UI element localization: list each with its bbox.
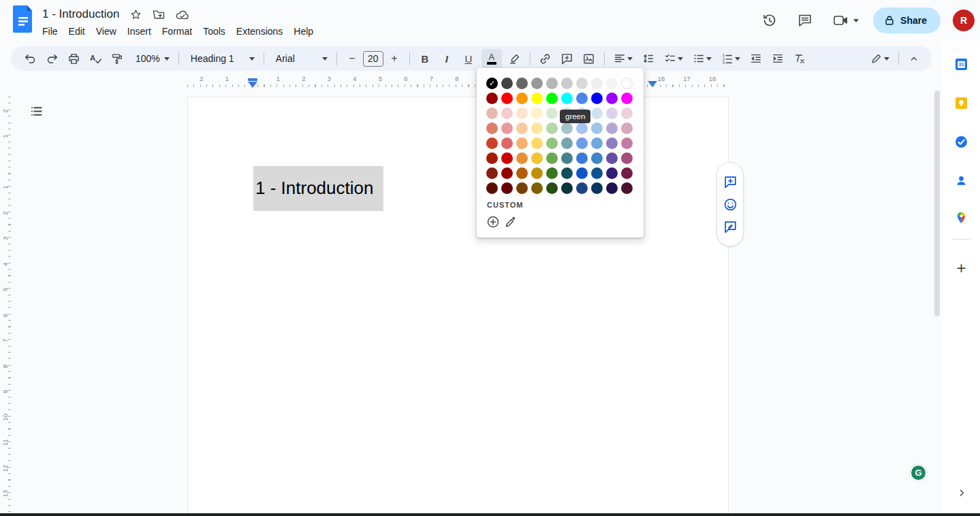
google-keep-button[interactable] [949, 91, 974, 115]
color-swatch[interactable] [591, 93, 603, 104]
color-swatch[interactable] [561, 123, 573, 134]
color-swatch[interactable] [516, 123, 528, 134]
paragraph-style-select[interactable]: Heading 1 [185, 50, 257, 67]
clear-formatting-button[interactable] [791, 50, 808, 67]
color-swatch[interactable]: ✓ [486, 78, 498, 89]
collapse-side-panel-button[interactable] [953, 485, 970, 501]
color-swatch[interactable] [501, 138, 513, 149]
color-swatch[interactable] [576, 138, 588, 149]
print-button[interactable] [65, 50, 82, 67]
color-swatch[interactable] [546, 93, 558, 104]
color-swatch[interactable] [546, 78, 558, 89]
show-outline-button[interactable] [27, 102, 45, 120]
italic-button[interactable]: I [438, 50, 456, 67]
docs-logo-icon[interactable] [13, 5, 33, 33]
color-swatch[interactable] [621, 93, 633, 104]
account-avatar[interactable]: R [953, 10, 975, 31]
menu-file[interactable]: File [37, 24, 63, 39]
menu-edit[interactable]: Edit [63, 24, 91, 39]
bold-button[interactable]: B [416, 50, 434, 67]
color-swatch[interactable] [591, 138, 603, 149]
color-swatch[interactable] [576, 123, 588, 134]
color-swatch[interactable] [501, 123, 513, 134]
right-indent-marker[interactable] [648, 81, 657, 87]
increase-indent-button[interactable] [769, 50, 787, 67]
float-add-comment-button[interactable] [723, 174, 738, 189]
color-swatch[interactable] [531, 167, 543, 179]
insert-image-button[interactable] [580, 50, 598, 67]
add-comment-button[interactable] [558, 50, 576, 67]
color-swatch[interactable] [606, 93, 618, 104]
menu-insert[interactable]: Insert [122, 24, 157, 39]
insert-link-button[interactable] [537, 50, 554, 67]
selected-text-highlight[interactable]: 1 - Introduction [253, 166, 383, 211]
color-swatch[interactable] [621, 182, 633, 194]
color-swatch[interactable] [531, 182, 543, 194]
spellcheck-button[interactable]: A [86, 50, 104, 67]
paint-format-button[interactable] [108, 50, 126, 67]
color-swatch[interactable] [621, 108, 633, 119]
color-swatch[interactable] [546, 182, 558, 194]
color-swatch[interactable] [486, 93, 498, 104]
zoom-select[interactable]: 100% [130, 50, 172, 67]
color-swatch[interactable] [561, 78, 573, 89]
color-swatch[interactable] [516, 93, 528, 104]
color-swatch[interactable] [516, 167, 528, 179]
color-swatch[interactable] [591, 78, 603, 89]
left-indent-marker[interactable] [248, 78, 257, 88]
share-button[interactable]: Share [873, 7, 941, 33]
color-swatch[interactable] [576, 167, 588, 179]
suggest-edits-button[interactable] [723, 219, 738, 234]
eyedropper-button[interactable] [503, 214, 518, 229]
color-swatch[interactable] [561, 138, 573, 149]
color-swatch[interactable] [576, 152, 588, 164]
color-swatch[interactable] [621, 167, 633, 179]
color-swatch[interactable] [501, 182, 513, 194]
menu-tools[interactable]: Tools [197, 24, 231, 39]
color-swatch[interactable] [546, 123, 558, 134]
color-swatch[interactable] [531, 93, 543, 104]
google-tasks-button[interactable] [949, 129, 974, 154]
increase-font-size-button[interactable]: + [385, 50, 403, 67]
open-comments-button[interactable] [791, 7, 819, 34]
text-color-button[interactable]: A [481, 49, 502, 68]
underline-button[interactable]: U [460, 50, 477, 67]
color-swatch[interactable] [531, 108, 543, 119]
color-swatch[interactable] [576, 182, 588, 194]
color-swatch[interactable] [561, 167, 573, 179]
color-swatch[interactable] [486, 123, 498, 134]
color-swatch[interactable] [531, 138, 543, 149]
move-folder-icon[interactable] [153, 9, 165, 20]
color-swatch[interactable] [546, 152, 558, 164]
color-swatch[interactable] [531, 123, 543, 134]
color-swatch[interactable] [501, 78, 513, 89]
align-button[interactable] [611, 50, 635, 67]
color-swatch[interactable] [591, 108, 603, 119]
font-size-input[interactable] [363, 51, 383, 67]
color-swatch[interactable] [516, 138, 528, 149]
color-swatch[interactable] [606, 152, 618, 164]
menu-help[interactable]: Help [288, 24, 319, 39]
color-swatch[interactable] [546, 108, 558, 119]
color-swatch[interactable] [546, 138, 558, 149]
google-maps-button[interactable] [949, 205, 974, 229]
vertical-scrollbar[interactable] [934, 91, 940, 317]
color-swatch[interactable] [606, 138, 618, 149]
color-swatch[interactable] [531, 78, 543, 89]
color-swatch[interactable] [606, 108, 618, 119]
numbered-list-button[interactable]: 123 [718, 50, 743, 67]
document-title[interactable]: 1 - Introduction [42, 7, 119, 21]
color-swatch[interactable] [501, 93, 513, 104]
version-history-button[interactable] [756, 7, 783, 34]
google-contacts-button[interactable] [949, 168, 974, 193]
color-swatch[interactable] [516, 152, 528, 164]
google-calendar-button[interactable]: 31 [949, 52, 974, 76]
color-swatch[interactable] [591, 167, 603, 179]
join-call-button[interactable] [827, 7, 865, 34]
right-indent-icon[interactable] [648, 81, 657, 87]
document-page[interactable]: 1 - Introduction [187, 97, 729, 516]
color-swatch[interactable] [561, 152, 573, 164]
color-swatch[interactable] [561, 93, 573, 104]
color-swatch[interactable] [621, 123, 633, 134]
color-swatch[interactable] [486, 167, 498, 179]
